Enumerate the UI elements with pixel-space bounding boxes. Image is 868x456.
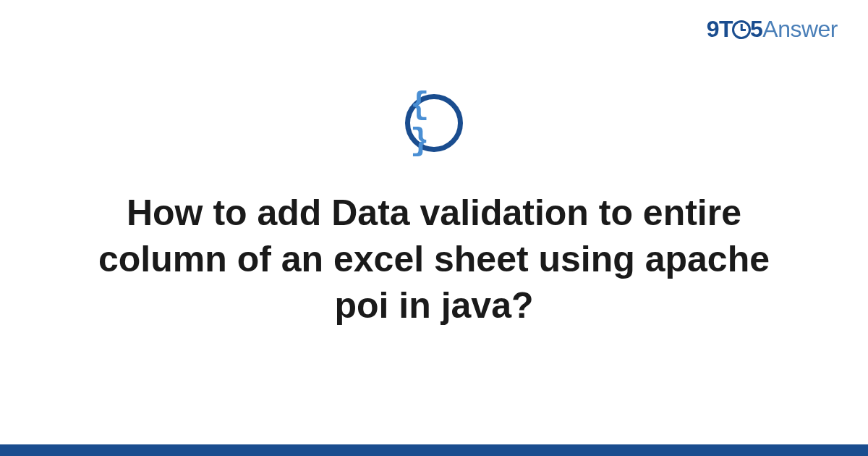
logo-t: T [719,16,733,42]
logo-nine: 9 [707,16,719,42]
main-content: { } How to add Data validation to entire… [0,94,868,329]
clock-icon [732,20,751,39]
logo-five: 5 [750,16,762,42]
footer-bar [0,444,868,456]
question-title: How to add Data validation to entire col… [65,190,803,329]
braces-glyph: { } [410,87,458,159]
code-braces-icon: { } [405,94,463,152]
logo-answer: Answer [762,16,838,42]
site-logo: 9T5Answer [707,16,838,43]
